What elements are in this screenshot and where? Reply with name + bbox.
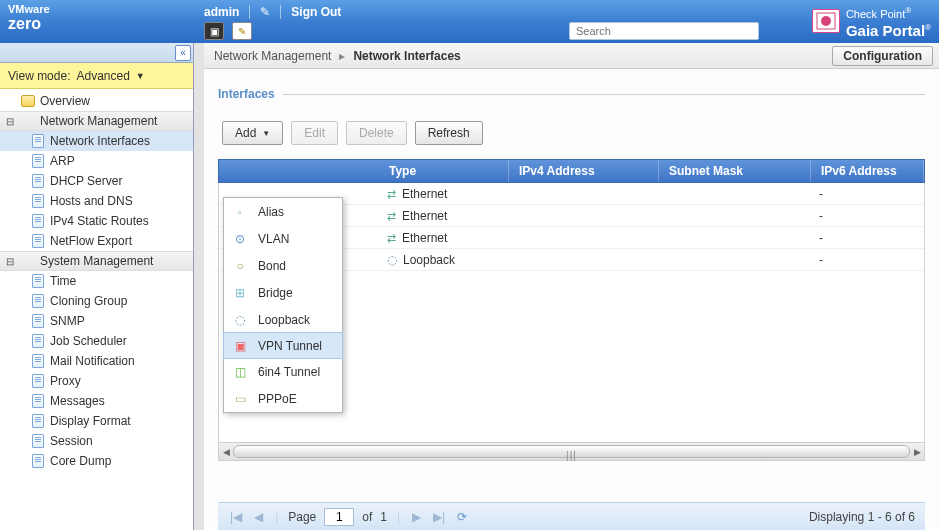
col-ipv6[interactable]: IPv6 Address bbox=[811, 160, 924, 182]
cell-ipv6: - bbox=[809, 253, 924, 267]
view-mode-value: Advanced bbox=[76, 69, 129, 83]
sidebar-item-label: Job Scheduler bbox=[50, 334, 127, 348]
pager-page-input[interactable] bbox=[324, 508, 354, 526]
scroll-thumb[interactable]: ||| bbox=[233, 445, 910, 458]
sidebar-item[interactable]: Proxy bbox=[0, 371, 193, 391]
sidebar-item[interactable]: Cloning Group bbox=[0, 291, 193, 311]
separator bbox=[249, 5, 250, 19]
pager-next-icon[interactable]: ▶ bbox=[410, 510, 423, 524]
add-menu-item[interactable]: ◫6in4 Tunnel bbox=[224, 358, 342, 385]
add-menu-item[interactable]: ⊞Bridge bbox=[224, 279, 342, 306]
sidebar-item-label: Core Dump bbox=[50, 454, 111, 468]
cell-ipv6: - bbox=[809, 187, 924, 201]
user-label[interactable]: admin bbox=[204, 5, 239, 19]
col-ipv4[interactable]: IPv4 Address bbox=[509, 160, 659, 182]
add-menu-item[interactable]: ◦Alias bbox=[224, 198, 342, 225]
collapse-sidebar-button[interactable]: « bbox=[175, 45, 191, 61]
col-mask[interactable]: Subnet Mask bbox=[659, 160, 811, 182]
menu-item-icon: ◌ bbox=[232, 312, 248, 328]
sidebar-item-label: Messages bbox=[50, 394, 105, 408]
document-icon bbox=[30, 194, 46, 208]
sidebar-scrollbar[interactable] bbox=[194, 43, 204, 530]
collapse-icon[interactable]: ⊟ bbox=[6, 116, 16, 127]
sidebar-item[interactable]: Time bbox=[0, 271, 193, 291]
sidebar-item[interactable]: Core Dump bbox=[0, 451, 193, 471]
ethernet-icon: ⇄ bbox=[387, 232, 396, 244]
sidebar-item[interactable]: Job Scheduler bbox=[0, 331, 193, 351]
sidebar-item[interactable]: Mail Notification bbox=[0, 351, 193, 371]
ethernet-icon: ⇄ bbox=[387, 210, 396, 222]
add-button[interactable]: Add ▼ bbox=[222, 121, 283, 145]
add-menu-item[interactable]: ○Bond bbox=[224, 252, 342, 279]
nav-tree: Overview⊟Network ManagementNetwork Inter… bbox=[0, 89, 193, 530]
sidebar-group-label: Network Management bbox=[40, 114, 157, 128]
scratchpad-icon[interactable]: ✎ bbox=[232, 22, 252, 40]
content-area: Network Management ▸ Network Interfaces … bbox=[204, 43, 939, 530]
add-menu-item[interactable]: ▭PPPoE bbox=[224, 385, 342, 412]
sidebar-item[interactable]: NetFlow Export bbox=[0, 231, 193, 251]
refresh-button[interactable]: Refresh bbox=[415, 121, 483, 145]
sidebar-group[interactable]: ⊟System Management bbox=[0, 251, 193, 271]
pager-last-icon[interactable]: ▶| bbox=[431, 510, 447, 524]
menu-item-label: VLAN bbox=[258, 232, 289, 246]
pager-refresh-icon[interactable]: ⟳ bbox=[455, 510, 469, 524]
ethernet-icon: ⇄ bbox=[387, 188, 396, 200]
document-icon bbox=[30, 374, 46, 388]
edit-button[interactable]: Edit bbox=[291, 121, 338, 145]
chevron-down-icon: ▼ bbox=[262, 129, 270, 138]
sidebar-item[interactable]: Hosts and DNS bbox=[0, 191, 193, 211]
document-icon bbox=[30, 454, 46, 468]
document-icon bbox=[30, 274, 46, 288]
sidebar-item[interactable]: DHCP Server bbox=[0, 171, 193, 191]
document-icon bbox=[30, 314, 46, 328]
separator bbox=[280, 5, 281, 19]
svg-point-1 bbox=[821, 16, 831, 26]
add-menu-item[interactable]: ⊙VLAN bbox=[224, 225, 342, 252]
view-mode-label: View mode: bbox=[8, 69, 70, 83]
cell-type: Ethernet bbox=[402, 187, 447, 201]
sidebar-item[interactable]: Display Format bbox=[0, 411, 193, 431]
document-icon bbox=[30, 394, 46, 408]
add-menu-item[interactable]: ▣VPN Tunnel bbox=[223, 332, 343, 359]
sidebar-item-overview[interactable]: Overview bbox=[0, 91, 193, 111]
view-mode-selector[interactable]: View mode: Advanced ▼ bbox=[0, 63, 193, 89]
scroll-left-icon[interactable]: ◀ bbox=[219, 443, 233, 460]
pager-prev-icon[interactable]: ◀ bbox=[252, 510, 265, 524]
sidebar-item[interactable]: Network Interfaces bbox=[0, 131, 193, 151]
pager-first-icon[interactable]: |◀ bbox=[228, 510, 244, 524]
sidebar-item-label: NetFlow Export bbox=[50, 234, 132, 248]
pager-page-label: Page bbox=[288, 510, 316, 524]
sidebar-item-label: SNMP bbox=[50, 314, 85, 328]
sidebar-item[interactable]: SNMP bbox=[0, 311, 193, 331]
sidebar-item[interactable]: ARP bbox=[0, 151, 193, 171]
sidebar-item-label: ARP bbox=[50, 154, 75, 168]
terminal-icon[interactable]: ▣ bbox=[204, 22, 224, 40]
search-input[interactable] bbox=[569, 22, 759, 40]
scroll-right-icon[interactable]: ▶ bbox=[910, 443, 924, 460]
vendor-label: VMware bbox=[8, 3, 196, 15]
edit-icon[interactable]: ✎ bbox=[260, 5, 270, 19]
breadcrumb-parent[interactable]: Network Management bbox=[214, 49, 331, 63]
separator: | bbox=[273, 510, 280, 524]
sidebar-item[interactable]: Session bbox=[0, 431, 193, 451]
separator: | bbox=[395, 510, 402, 524]
cell-type: Loopback bbox=[403, 253, 455, 267]
add-menu-item[interactable]: ◌Loopback bbox=[224, 306, 342, 333]
configuration-button[interactable]: Configuration bbox=[832, 46, 933, 66]
toolbar: Add ▼ Edit Delete Refresh bbox=[222, 121, 925, 145]
menu-item-label: Alias bbox=[258, 205, 284, 219]
brand-bottom: Gaia Portal bbox=[846, 22, 925, 39]
document-icon bbox=[30, 214, 46, 228]
sidebar-item[interactable]: Messages bbox=[0, 391, 193, 411]
delete-button[interactable]: Delete bbox=[346, 121, 407, 145]
sign-out-link[interactable]: Sign Out bbox=[291, 5, 341, 19]
sidebar-item[interactable]: IPv4 Static Routes bbox=[0, 211, 193, 231]
col-type[interactable]: Type bbox=[349, 160, 509, 182]
checkpoint-logo-icon bbox=[812, 9, 840, 33]
add-dropdown-menu: ◦Alias⊙VLAN○Bond⊞Bridge◌Loopback▣VPN Tun… bbox=[223, 197, 343, 413]
collapse-icon[interactable]: ⊟ bbox=[6, 256, 16, 267]
sidebar-item-label: Proxy bbox=[50, 374, 81, 388]
sidebar-item-label: Display Format bbox=[50, 414, 131, 428]
grid-horizontal-scrollbar[interactable]: ◀ ||| ▶ bbox=[218, 443, 925, 461]
sidebar-group[interactable]: ⊟Network Management bbox=[0, 111, 193, 131]
